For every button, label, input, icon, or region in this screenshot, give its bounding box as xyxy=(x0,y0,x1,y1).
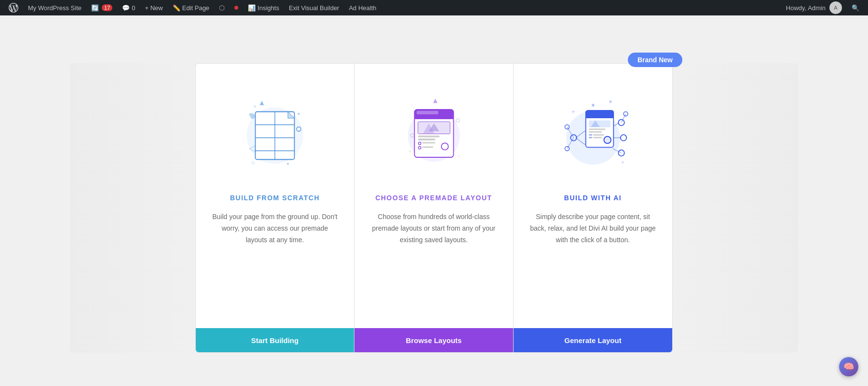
admin-bar-right: Howdy, Admin A 🔍 xyxy=(781,0,864,15)
svg-text:×: × xyxy=(408,149,411,154)
svg-point-68 xyxy=(609,100,611,103)
generate-layout-button[interactable]: Generate Layout xyxy=(514,328,672,352)
card-scratch-desc: Build your page from the ground up. Don'… xyxy=(210,211,339,314)
svg-point-30 xyxy=(456,119,459,122)
svg-point-48 xyxy=(620,135,626,141)
card-scratch-title: BUILD FROM SCRATCH xyxy=(230,194,320,202)
site-name-label: My WordPress Site xyxy=(28,4,81,12)
card-scratch-image: ◁ + xyxy=(227,83,323,179)
card-ai-desc: Simply describe your page content, sit b… xyxy=(528,211,658,314)
svg-rect-54 xyxy=(585,114,613,118)
red-dot-item[interactable] xyxy=(230,0,243,15)
svg-text:◁: ◁ xyxy=(249,143,256,153)
comments-item[interactable]: 💬 0 xyxy=(117,0,140,15)
card-premade: × ⬦ CHOOSE A PREMADE LAYOUT Choose from … xyxy=(354,63,514,353)
svg-rect-11 xyxy=(252,161,255,164)
card-ai: + + BUILD WITH AI Simply describe your p… xyxy=(514,63,673,353)
svg-rect-22 xyxy=(418,136,439,138)
insights-icon: 📊 xyxy=(248,4,256,12)
exit-builder-item[interactable]: Exit Visual Builder xyxy=(284,0,344,15)
cards-area: Brand New xyxy=(195,63,673,353)
card-premade-desc: Choose from hundreds of world-class prem… xyxy=(369,211,499,314)
svg-marker-6 xyxy=(260,101,264,105)
new-label: + New xyxy=(145,4,163,12)
brand-new-badge: Brand New xyxy=(628,53,682,67)
ad-health-item[interactable]: Ad Health xyxy=(344,0,381,15)
svg-line-51 xyxy=(621,114,625,123)
edit-page-label: Edit Page xyxy=(182,4,209,12)
howdy-item[interactable]: Howdy, Admin A xyxy=(781,0,847,15)
divi-icon: ⬡ xyxy=(219,4,225,12)
card-premade-image: × ⬦ xyxy=(386,83,482,179)
search-bar-item[interactable]: 🔍 xyxy=(847,0,864,15)
card-scratch: ◁ + BUILD FROM SCRATCH Build your pag xyxy=(195,63,354,353)
svg-rect-57 xyxy=(589,129,605,130)
howdy-text: Howdy, Admin xyxy=(786,4,826,12)
svg-point-64 xyxy=(605,138,610,142)
modal-container: Brand New xyxy=(10,49,858,353)
insights-item[interactable]: 📊 Insights xyxy=(243,0,284,15)
ad-health-label: Ad Health xyxy=(349,4,376,12)
comments-icon: 💬 xyxy=(122,4,130,12)
svg-rect-27 xyxy=(422,147,433,148)
svg-marker-31 xyxy=(433,99,437,103)
insights-label: Insights xyxy=(258,4,279,12)
site-name-item[interactable]: My WordPress Site xyxy=(23,0,86,15)
card-ai-title: BUILD WITH AI xyxy=(564,194,622,202)
wp-logo-item[interactable] xyxy=(4,0,23,15)
divi-item[interactable]: ⬡ xyxy=(214,0,230,15)
svg-rect-25 xyxy=(422,142,435,144)
right-side-area xyxy=(673,63,798,353)
card-ai-image: + + xyxy=(545,83,641,179)
admin-bar: My WordPress Site 🔄 17 💬 0 + New ✏️ Edit… xyxy=(0,0,868,15)
svg-point-67 xyxy=(592,104,594,106)
svg-text:+: + xyxy=(621,159,624,165)
svg-rect-61 xyxy=(589,137,592,138)
updates-icon: 🔄 xyxy=(91,4,99,12)
svg-rect-59 xyxy=(589,134,592,136)
main-content: Brand New xyxy=(0,15,868,386)
svg-rect-62 xyxy=(593,137,602,138)
updates-item[interactable]: 🔄 17 xyxy=(86,0,117,15)
svg-rect-17 xyxy=(414,115,453,119)
left-side-area xyxy=(70,63,195,353)
search-icon: 🔍 xyxy=(852,4,859,12)
svg-text:+: + xyxy=(253,103,257,110)
svg-point-9 xyxy=(298,113,300,115)
cards-wrapper: ◁ + BUILD FROM SCRATCH Build your pag xyxy=(195,63,673,353)
svg-rect-58 xyxy=(589,131,602,133)
updates-count: 17 xyxy=(102,4,112,11)
card-premade-title: CHOOSE A PREMADE LAYOUT xyxy=(375,194,492,202)
comments-count: 0 xyxy=(132,4,135,12)
browse-layouts-button[interactable]: Browse Layouts xyxy=(354,328,513,352)
svg-text:+: + xyxy=(571,109,575,115)
svg-rect-60 xyxy=(593,134,604,136)
svg-rect-18 xyxy=(417,111,438,114)
exit-builder-label: Exit Visual Builder xyxy=(289,4,339,12)
ai-brain-button[interactable]: 🧠 xyxy=(839,357,858,376)
svg-rect-23 xyxy=(418,138,435,140)
svg-text:⬦: ⬦ xyxy=(458,153,460,158)
alert-dot xyxy=(234,6,238,10)
start-building-button[interactable]: Start Building xyxy=(196,328,354,352)
edit-page-item[interactable]: ✏️ Edit Page xyxy=(168,0,214,15)
svg-point-10 xyxy=(287,163,289,165)
pencil-icon: ✏️ xyxy=(173,4,180,12)
new-item[interactable]: + New xyxy=(140,0,168,15)
avatar: A xyxy=(829,1,842,14)
